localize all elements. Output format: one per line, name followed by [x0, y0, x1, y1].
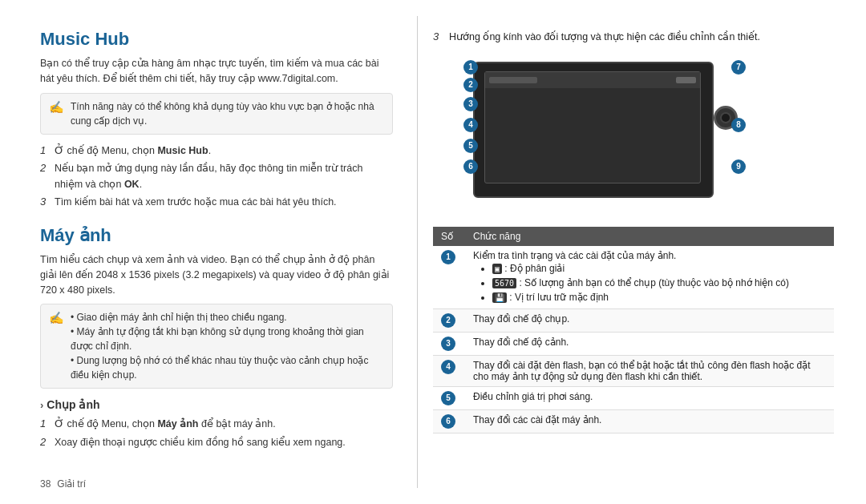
camera-body: [473, 62, 714, 198]
table-cell-func-5: Điều chỉnh giá trị phơi sáng.: [465, 386, 834, 409]
music-hub-step-3: 3 Tìm kiếm bài hát và xem trước hoặc mua…: [40, 194, 393, 211]
camera-note-3: • Dung lượng bộ nhớ có thể khác nhau tùy…: [71, 353, 384, 382]
camera-title: Máy ảnh: [40, 225, 393, 246]
table-cell-num-2: 2: [433, 308, 465, 332]
table-row: 3 Thay đổi chế độ cảnh.: [433, 332, 834, 355]
table-row: 4 Thay đổi cài đặt đèn flash, bạn có thể…: [433, 355, 834, 386]
camera-note-1: • Giao diện máy ảnh chỉ hiện thị theo ch…: [71, 310, 384, 325]
music-hub-title: Music Hub: [40, 29, 393, 50]
capture-photo-title: › Chụp ảnh: [40, 398, 393, 411]
num-circle-3: 3: [441, 337, 455, 351]
sub-item-count: 5670 : Số lượng ảnh bạn có thể chụp (tùy…: [492, 276, 826, 290]
table-cell-num-1: 1: [433, 246, 465, 309]
capture-photo-label: Chụp ảnh: [47, 398, 99, 411]
camera-lens-inner: [720, 112, 731, 123]
table-row: 5 Điều chỉnh giá trị phơi sáng.: [433, 386, 834, 409]
capture-step-num-2: 2: [40, 434, 51, 451]
music-hub-note: ✍ Tính năng này có thể không khả dụng tù…: [40, 93, 393, 135]
step-num-3: 3: [40, 194, 51, 211]
step-text-2: Nếu bạn mở ứng dụng này lần đầu, hãy đọc…: [55, 160, 393, 192]
column-divider: [417, 16, 418, 488]
num-circle-2: 2: [441, 313, 455, 328]
table-row: 1 Kiểm tra tình trạng và các cài đặt của…: [433, 246, 834, 309]
step-text-3: Tìm kiếm bài hát và xem trước hoặc mua c…: [55, 194, 393, 211]
music-hub-step-1: 1 Ở chế độ Menu, chọn Music Hub.: [40, 143, 393, 159]
music-hub-description: Bạn có thể truy cập cửa hàng âm nhạc trự…: [40, 56, 393, 87]
camera-note: ✍ • Giao diện máy ảnh chỉ hiện thị theo …: [40, 304, 393, 389]
cam-label-6: 6: [463, 159, 478, 174]
left-column: Music Hub Bạn có thể truy cập cửa hàng â…: [0, 0, 417, 504]
step-num-1: 1: [40, 143, 51, 159]
table-cell-func-3: Thay đổi chế độ cảnh.: [465, 332, 834, 355]
music-hub-note-text: Tính năng này có thể không khả dụng tùy …: [71, 99, 384, 128]
num-circle-1: 1: [441, 250, 455, 264]
table-cell-func-4: Thay đổi cài đặt đèn flash, bạn có thể b…: [465, 355, 834, 386]
camera-description: Tìm hiểu cách chụp và xem ảnh và video. …: [40, 252, 393, 297]
camera-diagram: 1 2 3 4 5 6 7 8 9: [457, 54, 746, 214]
table-cell-func-1: Kiểm tra tình trạng và các cài đặt của m…: [465, 246, 834, 309]
step-text-1: Ở chế độ Menu, chọn Music Hub.: [55, 143, 393, 159]
capture-step-text-1: Ở chế độ Menu, chọn Máy ảnh để bật máy ả…: [55, 416, 393, 433]
cam-label-1: 1: [463, 60, 478, 75]
right-step-num: 3: [433, 29, 444, 46]
table-cell-num-6: 6: [433, 409, 465, 433]
function-table: Số Chức năng 1 Kiểm tra tình trạng và cá…: [433, 227, 834, 433]
storage-icon: 💾: [492, 292, 507, 303]
cam-label-4: 4: [463, 118, 478, 132]
num-circle-5: 5: [441, 391, 455, 405]
camera-note-icon: ✍: [49, 311, 64, 325]
right-column: 3 Hướng ống kính vào đối tượng và thực h…: [417, 0, 866, 504]
right-step-text: Hướng ống kính vào đối tượng và thực hiệ…: [449, 29, 834, 45]
num-circle-6: 6: [441, 414, 455, 429]
cam-label-9: 9: [731, 159, 746, 174]
camera-note-2: • Máy ảnh tự động tắt khi bạn không sử d…: [71, 325, 384, 353]
cam-label-3: 3: [463, 97, 478, 111]
cam-label-5: 5: [463, 139, 478, 153]
music-hub-step-2: 2 Nếu bạn mở ứng dụng này lần đầu, hãy đ…: [40, 160, 393, 192]
count-icon: 5670: [492, 278, 516, 288]
table-header-num: Số: [433, 227, 465, 246]
capture-step-text-2: Xoay điện thoại ngược chiều kim đồng hồ …: [55, 434, 393, 451]
arrow-icon: ›: [40, 399, 43, 411]
cam-label-2: 2: [463, 78, 478, 92]
capture-steps: 1 Ở chế độ Menu, chọn Máy ảnh để bật máy…: [40, 416, 393, 451]
camera-top-bar: [485, 72, 700, 88]
bar-item-2: [676, 77, 696, 83]
page-number: 38: [40, 478, 51, 490]
table-row: 6 Thay đổi các cài đặt máy ảnh.: [433, 409, 834, 433]
camera-note-list: • Giao diện máy ảnh chỉ hiện thị theo ch…: [71, 310, 384, 382]
resolution-icon: ▣: [492, 264, 502, 274]
capture-step-num-1: 1: [40, 416, 51, 433]
music-hub-steps: 1 Ở chế độ Menu, chọn Music Hub. 2 Nếu b…: [40, 143, 393, 212]
page-footer: 38 Giải trí: [40, 478, 86, 490]
table-cell-num-5: 5: [433, 386, 465, 409]
step-num-2: 2: [40, 160, 51, 192]
sub-item-storage: 💾 : Vị trí lưu trữ mặc định: [492, 290, 826, 304]
cam-label-8: 8: [731, 118, 746, 132]
cam-label-7: 7: [731, 60, 746, 75]
right-step-3: 3 Hướng ống kính vào đối tượng và thực h…: [433, 29, 834, 46]
sub-bullet-list-1: ▣ : Độ phân giải 5670 : Số lượng ảnh bạn…: [481, 261, 826, 304]
table-row: 2 Thay đổi chế độ chụp.: [433, 308, 834, 332]
table-header-func: Chức năng: [465, 227, 834, 246]
table-cell-num-3: 3: [433, 332, 465, 355]
capture-step-1: 1 Ở chế độ Menu, chọn Máy ảnh để bật máy…: [40, 416, 393, 433]
note-icon: ✍: [49, 100, 64, 115]
capture-step-2: 2 Xoay điện thoại ngược chiều kim đồng h…: [40, 434, 393, 451]
sub-item-resolution: ▣ : Độ phân giải: [492, 261, 826, 276]
table-cell-func-6: Thay đổi các cài đặt máy ảnh.: [465, 409, 834, 433]
table-cell-num-4: 4: [433, 355, 465, 386]
table-cell-func-2: Thay đổi chế độ chụp.: [465, 308, 834, 332]
camera-screen: [484, 71, 701, 183]
footer-label: Giải trí: [57, 478, 86, 490]
num-circle-4: 4: [441, 360, 455, 374]
bar-item-1: [489, 77, 537, 83]
